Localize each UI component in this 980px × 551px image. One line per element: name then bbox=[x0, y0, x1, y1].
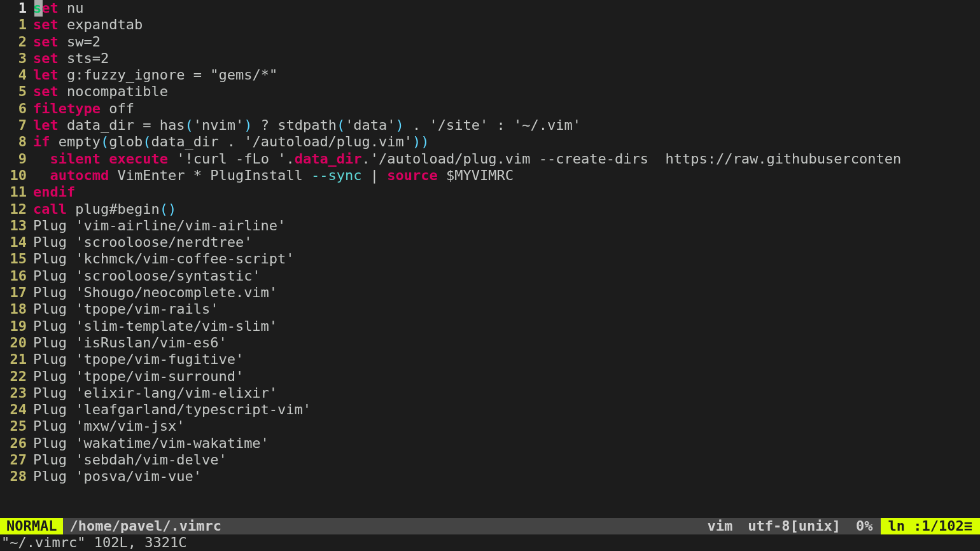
code-line: 16Plug 'scrooloose/syntastic' bbox=[0, 268, 980, 284]
code-line: 23Plug 'elixir-lang/vim-elixir' bbox=[0, 385, 980, 401]
code-text[interactable]: Plug 'isRuslan/vim-es6' bbox=[33, 335, 227, 351]
code-text[interactable]: set sw=2 bbox=[33, 34, 101, 50]
code-text[interactable]: Plug 'mxw/vim-jsx' bbox=[33, 418, 185, 435]
code-line: 25Plug 'mxw/vim-jsx' bbox=[0, 418, 980, 435]
code-text[interactable]: set nocompatible bbox=[33, 83, 168, 100]
code-text[interactable]: Plug 'vim-airline/vim-airline' bbox=[33, 218, 286, 234]
code-text[interactable]: Plug 'tpope/vim-fugitive' bbox=[33, 351, 244, 368]
code-line: 19Plug 'slim-template/vim-slim' bbox=[0, 318, 980, 335]
line-number: 15 bbox=[0, 251, 33, 267]
cursor bbox=[34, 0, 43, 17]
line-number: 2 bbox=[0, 34, 33, 50]
code-text[interactable]: Plug 'sebdah/vim-delve' bbox=[33, 452, 227, 468]
code-text[interactable]: silent execute '!curl -fLo '.data_dir.'/… bbox=[33, 151, 901, 167]
line-number: 17 bbox=[0, 284, 33, 301]
code-line: 13Plug 'vim-airline/vim-airline' bbox=[0, 218, 980, 234]
code-line: 3 set sts=2 bbox=[0, 50, 980, 67]
code-line: 17Plug 'Shougo/neocomplete.vim' bbox=[0, 284, 980, 301]
code-line: 1 set nu bbox=[0, 0, 980, 17]
code-text[interactable]: autocmd VimEnter * PlugInstall --sync | … bbox=[33, 167, 514, 184]
code-text[interactable]: Plug 'posva/vim-vue' bbox=[33, 468, 202, 485]
code-text[interactable]: filetype off bbox=[33, 101, 134, 117]
code-line: 15Plug 'kchmck/vim-coffee-script' bbox=[0, 251, 980, 267]
code-line: 24Plug 'leafgarland/typescript-vim' bbox=[0, 401, 980, 418]
line-number: 1 bbox=[0, 0, 33, 17]
line-number: 19 bbox=[0, 318, 33, 335]
line-number: 6 bbox=[0, 101, 33, 117]
code-line: 11 endif bbox=[0, 184, 980, 200]
code-line: 26Plug 'wakatime/vim-wakatime' bbox=[0, 435, 980, 452]
code-text[interactable]: call plug#begin() bbox=[33, 201, 176, 218]
line-number: 9 bbox=[0, 151, 33, 167]
line-number: 21 bbox=[0, 351, 33, 368]
encoding-indicator: utf-8[unix] bbox=[740, 518, 848, 534]
line-number: 16 bbox=[0, 268, 33, 284]
code-text[interactable]: set sts=2 bbox=[33, 50, 109, 67]
code-line: 12 call plug#begin() bbox=[0, 201, 980, 218]
filetype-indicator: vim bbox=[700, 518, 741, 534]
line-number: 10 bbox=[0, 167, 33, 184]
code-line: 9 silent execute '!curl -fLo '.data_dir.… bbox=[0, 151, 980, 167]
line-number: 8 bbox=[0, 134, 33, 150]
code-text[interactable]: Plug 'tpope/vim-rails' bbox=[33, 301, 218, 317]
code-text[interactable]: endif bbox=[33, 184, 75, 200]
code-line: 2 set sw=2 bbox=[0, 34, 980, 50]
line-number: 28 bbox=[0, 468, 33, 485]
line-number: 18 bbox=[0, 301, 33, 317]
code-line: 28Plug 'posva/vim-vue' bbox=[0, 468, 980, 485]
code-line: 22Plug 'tpope/vim-surround' bbox=[0, 368, 980, 385]
code-text[interactable]: Plug 'Shougo/neocomplete.vim' bbox=[33, 284, 277, 301]
line-number: 22 bbox=[0, 368, 33, 385]
line-number: 12 bbox=[0, 201, 33, 218]
code-line: 7 let data_dir = has('nvim') ? stdpath('… bbox=[0, 117, 980, 134]
line-number: 24 bbox=[0, 401, 33, 418]
code-text[interactable]: Plug 'scrooloose/syntastic' bbox=[33, 268, 261, 284]
code-line: 18Plug 'tpope/vim-rails' bbox=[0, 301, 980, 317]
code-text[interactable]: Plug 'kchmck/vim-coffee-script' bbox=[33, 251, 295, 267]
line-number: 26 bbox=[0, 435, 33, 452]
line-number: 4 bbox=[0, 67, 33, 83]
code-text[interactable]: Plug 'leafgarland/typescript-vim' bbox=[33, 401, 311, 418]
line-number: 7 bbox=[0, 117, 33, 134]
line-number: 3 bbox=[0, 50, 33, 67]
line-number: 1 bbox=[0, 17, 33, 33]
status-line: NORMAL /home/pavel/.vimrc vim utf-8[unix… bbox=[0, 518, 980, 534]
code-line: 1 set expandtab bbox=[0, 17, 980, 33]
line-number: 11 bbox=[0, 184, 33, 200]
code-text[interactable]: let g:fuzzy_ignore = "gems/*" bbox=[33, 67, 277, 83]
code-text[interactable]: Plug 'wakatime/vim-wakatime' bbox=[33, 435, 269, 452]
line-number: 27 bbox=[0, 452, 33, 468]
percent-indicator: 0% bbox=[848, 518, 881, 534]
code-line: 21Plug 'tpope/vim-fugitive' bbox=[0, 351, 980, 368]
code-line: 14Plug 'scrooloose/nerdtree' bbox=[0, 234, 980, 251]
code-line: 27Plug 'sebdah/vim-delve' bbox=[0, 452, 980, 468]
code-text[interactable]: Plug 'slim-template/vim-slim' bbox=[33, 318, 277, 335]
code-text[interactable]: Plug 'tpope/vim-surround' bbox=[33, 368, 244, 385]
line-number: 14 bbox=[0, 234, 33, 251]
code-line: 20Plug 'isRuslan/vim-es6' bbox=[0, 335, 980, 351]
mode-indicator: NORMAL bbox=[0, 518, 63, 534]
file-path: /home/pavel/.vimrc bbox=[63, 518, 227, 534]
editor-viewport[interactable]: 1 set nu 1 set expandtab 2 set sw=2 3 se… bbox=[0, 0, 980, 518]
line-number: 25 bbox=[0, 418, 33, 435]
position-indicator: ln :1/102≡ bbox=[881, 518, 980, 534]
code-text[interactable]: set expandtab bbox=[33, 17, 143, 33]
code-line: 5 set nocompatible bbox=[0, 83, 980, 100]
code-line: 6 filetype off bbox=[0, 101, 980, 117]
code-line: 8 if empty(glob(data_dir . '/autoload/pl… bbox=[0, 134, 980, 150]
code-text[interactable]: Plug 'elixir-lang/vim-elixir' bbox=[33, 385, 277, 401]
line-number: 13 bbox=[0, 218, 33, 234]
line-number: 20 bbox=[0, 335, 33, 351]
line-number: 23 bbox=[0, 385, 33, 401]
code-text[interactable]: Plug 'scrooloose/nerdtree' bbox=[33, 234, 252, 251]
code-text[interactable]: if empty(glob(data_dir . '/autoload/plug… bbox=[33, 134, 430, 150]
line-number: 5 bbox=[0, 83, 33, 100]
code-line: 4 let g:fuzzy_ignore = "gems/*" bbox=[0, 67, 980, 83]
code-line: 10 autocmd VimEnter * PlugInstall --sync… bbox=[0, 167, 980, 184]
code-text[interactable]: let data_dir = has('nvim') ? stdpath('da… bbox=[33, 117, 581, 134]
command-line[interactable]: "~/.vimrc" 102L, 3321C bbox=[0, 534, 980, 551]
